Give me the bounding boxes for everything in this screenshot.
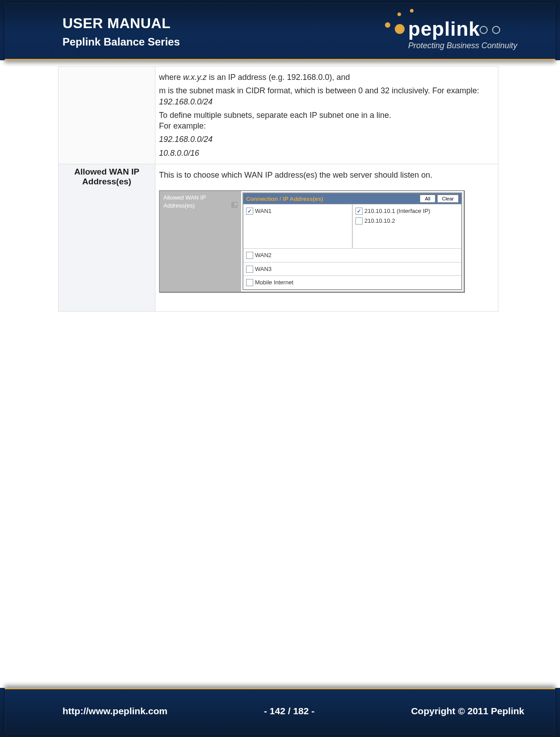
wan1-ip1-checkbox[interactable]: ✓ 210.10.10.1 (Interface IP): [355, 207, 430, 215]
footer-banner: http://www.peplink.com - 142 / 182 - Cop…: [0, 688, 560, 737]
checkbox-icon: ✓: [246, 208, 253, 215]
panel-main: Connection / IP Address(es) All Clear: [241, 191, 464, 291]
wan1-checkbox[interactable]: ✓ WAN1: [246, 207, 272, 215]
mobile-checkbox[interactable]: Mobile Internet: [246, 279, 293, 287]
wan1-ip2-label: 210.10.10.2: [364, 217, 395, 225]
checkbox-icon: [246, 266, 253, 273]
row1-content: where w.x.y.z is an IP address (e.g. 192…: [155, 67, 498, 164]
mobile-row: Mobile Internet: [243, 275, 461, 289]
footer-copyright: Copyright © 2011 Peplink: [411, 706, 524, 716]
footer-url: http://www.peplink.com: [63, 706, 167, 716]
wan1-row: ✓ WAN1 ✓ 210.10.10.1 (Interface IP): [243, 204, 461, 248]
row2-desc: This is to choose which WAN IP address(e…: [159, 170, 494, 180]
wan3-row: WAN3: [243, 262, 461, 276]
row1-p1i: w.x.y.z: [183, 73, 207, 82]
wan1-label: WAN1: [255, 207, 272, 215]
wan2-row: WAN2: [243, 248, 461, 262]
wan2-checkbox[interactable]: WAN2: [246, 251, 272, 259]
panel-side-label: Allowed WAN IP Address(es): [163, 194, 206, 209]
help-icon[interactable]: ?: [231, 202, 238, 208]
wan1-ip2-checkbox[interactable]: 210.10.10.2: [355, 217, 395, 225]
row1-ex1: 192.168.0.0/24: [159, 134, 494, 145]
checkbox-icon: [246, 279, 253, 286]
checkbox-icon: ✓: [355, 208, 363, 215]
brand-tagline: Protecting Business Continuity: [408, 41, 517, 50]
wan-panel: Allowed WAN IP Address(es) ? Connection …: [159, 190, 464, 292]
mobile-label: Mobile Internet: [255, 279, 293, 287]
footer-page: - 142 / 182 -: [264, 706, 314, 716]
row2-label: Allowed WAN IP Address(es): [59, 164, 155, 312]
brand-logo: peplink Protecting Business Continuity: [381, 6, 533, 51]
row1-p1b: is an IP address (e.g. 192.168.0.0), and: [207, 73, 350, 82]
doc-subtitle: Peplink Balance Series: [63, 36, 180, 48]
row1-ex2: 10.8.0.0/16: [159, 148, 494, 158]
row1-label: [59, 67, 155, 164]
row1-p4: For example:: [159, 121, 206, 130]
page-content: where w.x.y.z is an IP address (e.g. 192…: [58, 66, 498, 312]
brand-name: peplink: [408, 18, 480, 40]
checkbox-icon: [246, 252, 253, 259]
clear-button[interactable]: Clear: [437, 195, 459, 203]
row1-p3: To define multiple subnets, separate eac…: [159, 111, 391, 120]
panel-header-text: Connection / IP Address(es): [246, 195, 323, 203]
row1-p2a: m is the subnet mask in CIDR format, whi…: [159, 86, 479, 95]
checkbox-icon: [355, 217, 363, 225]
panel-side: Allowed WAN IP Address(es) ?: [160, 191, 241, 291]
row1-p1a: where: [159, 73, 183, 82]
wan2-label: WAN2: [255, 251, 272, 259]
row2-content: This is to choose which WAN IP address(e…: [155, 164, 498, 312]
panel-header: Connection / IP Address(es) All Clear: [243, 193, 461, 204]
wan1-ip1-label: 210.10.10.1 (Interface IP): [364, 207, 430, 215]
row1-p2i: 192.168.0.0/24: [159, 97, 213, 106]
panel-box: Connection / IP Address(es) All Clear: [242, 192, 462, 290]
all-button[interactable]: All: [420, 195, 435, 203]
header-banner: USER MANUAL Peplink Balance Series pepli…: [0, 0, 560, 60]
doc-title: USER MANUAL: [63, 15, 171, 32]
description-table: where w.x.y.z is an IP address (e.g. 192…: [58, 66, 498, 312]
wan3-label: WAN3: [255, 265, 272, 273]
wan3-checkbox[interactable]: WAN3: [246, 265, 272, 273]
